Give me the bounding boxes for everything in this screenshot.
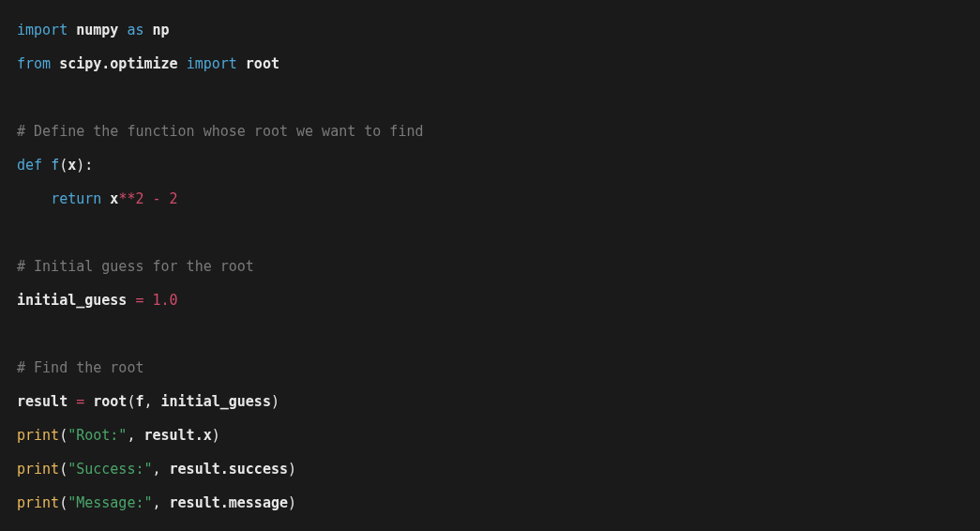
code-token: import [17,22,68,38]
code-token [161,190,170,207]
code-token: f [51,157,59,174]
code-line: # Define the function whose root we want… [17,123,423,140]
code-token [153,393,161,410]
code-line: # Find the root [17,359,143,376]
code-line: result = root(f, initial_guess) [17,393,279,410]
code-token: - [153,190,161,207]
code-token: root [246,55,279,72]
code-token [68,22,76,38]
code-token: return [51,190,101,207]
code-token: "Message:" [68,494,152,511]
code-line: print("Success:", result.success) [17,461,296,478]
code-token: ( [59,157,68,174]
code-token [178,55,187,72]
code-token: # Initial guess for the root [17,258,254,275]
code-token [237,55,246,72]
code-token: ) [271,393,279,410]
code-token: ( [59,461,68,478]
code-token: x [68,157,76,174]
code-token: scipy.optimize [59,55,177,72]
code-token: import [187,55,237,72]
code-line: initial_guess = 1.0 [17,292,178,309]
code-token: from [17,55,51,72]
code-token [143,22,152,38]
code-token: 1.0 [153,292,178,309]
code-token [68,393,76,410]
code-token: "Success:" [68,461,152,478]
code-token: print [17,494,59,511]
code-token: ) [212,427,220,444]
code-token: , [153,494,161,511]
code-token: root [93,393,127,410]
code-token: result [17,393,68,410]
code-token: ) [288,494,296,511]
code-token: "Root:" [68,427,127,444]
code-token: print [17,427,59,444]
code-token [143,292,152,309]
code-token [161,494,170,511]
code-token [101,190,110,207]
code-token: numpy [76,22,118,38]
code-token: # Define the function whose root we want… [17,123,423,140]
code-token [143,190,152,207]
code-token: # Find the root [17,359,143,376]
code-token [17,190,51,207]
code-token: ( [59,494,68,511]
code-token: ) [76,157,84,174]
code-token: initial_guess [161,393,271,410]
code-token: , [153,461,161,478]
code-token: 2 [170,190,178,207]
code-token [51,55,59,72]
code-line: print("Root:", result.x) [17,427,220,444]
code-token: ** [118,190,135,207]
code-token: : [84,157,93,174]
code-token: result.x [143,427,211,444]
code-line: # Initial guess for the root [17,258,254,275]
code-token: initial_guess [17,292,127,309]
code-token [161,461,170,478]
code-token [84,393,93,410]
code-token: , [143,393,152,410]
code-line: import numpy as np [17,22,170,38]
code-token: def [17,157,42,174]
code-token: ( [59,427,68,444]
code-line: def f(x): [17,157,93,174]
code-token: np [153,22,170,38]
code-token [42,157,51,174]
code-line: from scipy.optimize import root [17,55,279,72]
code-token: = [76,393,84,410]
code-token: result.message [170,494,288,511]
code-line: return x**2 - 2 [17,190,178,207]
code-line: print("Message:", result.message) [17,494,296,511]
code-token: print [17,461,59,478]
code-token: as [127,22,143,38]
code-token: result.success [170,461,288,478]
code-token: ) [288,461,296,478]
code-block: import numpy as np from scipy.optimize i… [17,13,963,520]
